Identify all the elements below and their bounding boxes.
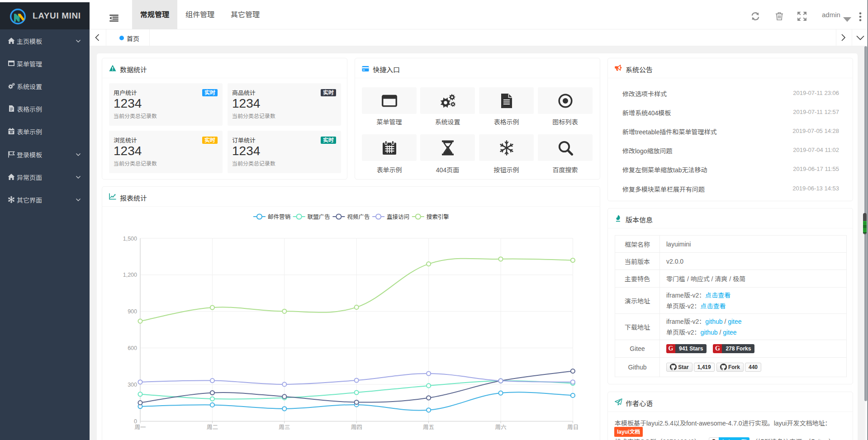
svg-text:1,500: 1,500 [123,236,137,242]
svg-text:300: 300 [128,382,137,388]
svg-text:直接访问: 直接访问 [387,214,409,220]
svg-text:周四: 周四 [351,424,362,431]
svg-text:联盟广告: 联盟广告 [308,214,330,220]
svg-text:0: 0 [134,418,137,425]
svg-text:视频广告: 视频广告 [347,214,370,220]
svg-text:周日: 周日 [567,424,579,431]
svg-text:周五: 周五 [423,424,434,431]
svg-text:1,200: 1,200 [123,272,137,278]
svg-text:周六: 周六 [495,424,506,431]
svg-text:周三: 周三 [279,424,290,431]
svg-text:600: 600 [128,345,137,351]
svg-text:周二: 周二 [207,424,218,431]
svg-text:900: 900 [128,308,137,315]
svg-text:搜索引擎: 搜索引擎 [427,213,449,220]
svg-text:周一: 周一 [134,424,146,431]
svg-text:邮件营销: 邮件营销 [268,213,291,220]
